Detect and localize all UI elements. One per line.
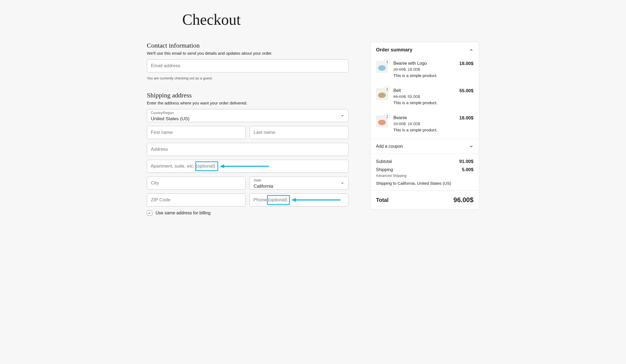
guest-hint: You are currently checking out as a gues…	[147, 76, 348, 80]
contact-sub: We'll use this email to send you details…	[147, 51, 348, 55]
summary-item: 1Beanie20.00$18.00$This is a simple prod…	[376, 112, 473, 139]
email-field[interactable]	[147, 59, 348, 72]
item-thumbnail: 1	[376, 88, 388, 100]
item-total: 18.00$	[459, 115, 473, 132]
item-thumbnail: 1	[376, 61, 388, 73]
item-total: 18.00$	[459, 61, 473, 78]
coupon-toggle[interactable]: Add a coupon	[370, 139, 479, 154]
item-prices: 20.00$18.00$	[393, 67, 455, 72]
chevron-down-icon	[341, 181, 344, 185]
item-name: Beanie	[393, 115, 455, 120]
item-prices: 65.00$55.00$	[393, 94, 455, 99]
city-field[interactable]	[147, 177, 246, 190]
summary-heading: Order summary	[376, 47, 412, 53]
order-summary-card: Order summary 1Beanie with Logo20.00$18.…	[370, 42, 479, 209]
country-float-label: Country/Region	[151, 111, 174, 115]
chevron-down-icon	[469, 144, 473, 149]
coupon-label: Add a coupon	[376, 144, 403, 149]
first-name-field[interactable]	[147, 126, 246, 139]
state-value: California	[250, 178, 348, 190]
same-billing-checkbox[interactable]	[147, 210, 152, 216]
section-shipping: Shipping address Enter the address where…	[147, 92, 348, 216]
shipping-method: Advanced Shipping	[376, 174, 473, 178]
subtotal-label: Subtotal	[376, 159, 392, 164]
item-desc: This is a simple product.	[393, 73, 455, 78]
country-value: United States (US)	[147, 110, 348, 122]
contact-heading: Contact information	[147, 42, 348, 49]
zip-field[interactable]	[147, 193, 246, 206]
phone-field[interactable]	[250, 193, 348, 206]
page-title: Checkout	[182, 11, 479, 28]
subtotal-value: 91.00$	[459, 159, 473, 164]
item-name: Belt	[393, 88, 455, 93]
item-qty-badge: 1	[384, 86, 390, 92]
shipping-sub: Enter the address where you want your or…	[147, 101, 348, 105]
svg-point-9	[378, 120, 386, 125]
apt-field[interactable]	[147, 160, 348, 173]
svg-point-5	[378, 65, 386, 71]
chevron-down-icon	[341, 114, 344, 118]
address-field[interactable]	[147, 143, 348, 156]
item-total: 55.00$	[459, 88, 473, 105]
state-float-label: State	[254, 178, 261, 182]
last-name-field[interactable]	[250, 126, 348, 139]
state-select[interactable]: State California	[250, 177, 348, 190]
item-name: Beanie with Logo	[393, 61, 455, 66]
summary-item: 1Beanie with Logo20.00$18.00$This is a s…	[376, 57, 473, 84]
svg-point-7	[378, 92, 386, 98]
item-desc: This is a simple product.	[393, 128, 455, 132]
shipping-label: Shipping	[376, 167, 393, 172]
item-qty-badge: 1	[384, 59, 390, 65]
country-select[interactable]: Country/Region United States (US)	[147, 109, 348, 122]
item-qty-badge: 1	[384, 113, 390, 119]
chevron-up-icon[interactable]	[469, 48, 473, 52]
item-prices: 20.00$18.00$	[393, 121, 455, 126]
summary-item: 1Belt65.00$55.00$This is a simple produc…	[376, 84, 473, 112]
same-billing-label: Use same address for billing	[156, 211, 211, 215]
item-desc: This is a simple product.	[393, 100, 455, 105]
shipping-to: Shipping to California, United States (U…	[376, 181, 473, 186]
total-label: Total	[376, 197, 388, 203]
shipping-value: 5.00$	[462, 167, 473, 172]
total-value: 96.00$	[454, 196, 473, 204]
shipping-heading: Shipping address	[147, 92, 348, 99]
section-contact: Contact information We'll use this email…	[147, 42, 348, 80]
item-thumbnail: 1	[376, 115, 388, 127]
